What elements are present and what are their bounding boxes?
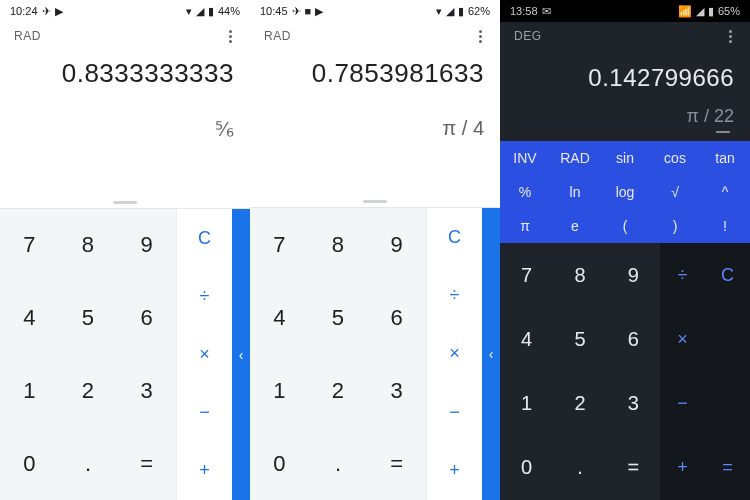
key-3[interactable]: 3 — [367, 354, 426, 427]
key-7[interactable]: 7 — [0, 209, 59, 282]
key-multiply[interactable]: × — [177, 325, 232, 383]
advanced-pad: INV RAD sin cos tan % ln log √ ^ π e ( )… — [500, 141, 750, 243]
status-bar: 10:24 ✈ ▶ ▾ ◢ ▮ 44% — [0, 0, 250, 22]
advanced-drawer-handle[interactable]: ‹ — [482, 208, 500, 500]
drag-handle-icon[interactable] — [363, 200, 387, 203]
key-1[interactable]: 1 — [0, 355, 59, 428]
key-clear[interactable]: C — [705, 243, 750, 307]
overflow-menu-icon[interactable] — [225, 26, 236, 47]
key-plus[interactable]: + — [177, 442, 232, 500]
key-3[interactable]: 3 — [117, 355, 176, 428]
key-8[interactable]: 8 — [553, 243, 606, 307]
angle-mode[interactable]: RAD — [264, 29, 291, 43]
angle-mode[interactable]: RAD — [14, 29, 41, 43]
key-divide[interactable]: ÷ — [427, 266, 482, 324]
key-multiply[interactable]: × — [660, 307, 705, 371]
key-6[interactable]: 6 — [367, 281, 426, 354]
key-7[interactable]: 7 — [500, 243, 553, 307]
key-percent[interactable]: % — [500, 175, 550, 209]
status-icon: ▶ — [55, 5, 63, 18]
digit-pad: 7 8 9 4 5 6 1 2 3 0 . = — [250, 208, 426, 500]
key-equals[interactable]: = — [607, 436, 660, 500]
operator-pad: C ÷ × − + — [426, 208, 482, 500]
key-5[interactable]: 5 — [553, 307, 606, 371]
status-icon: ▾ — [186, 5, 192, 18]
key-log[interactable]: log — [600, 175, 650, 209]
key-equals[interactable]: = — [705, 436, 750, 500]
overflow-menu-icon[interactable] — [475, 26, 486, 47]
key-4[interactable]: 4 — [500, 307, 553, 371]
key-multiply[interactable]: × — [427, 325, 482, 383]
key-9[interactable]: 9 — [367, 208, 426, 281]
key-5[interactable]: 5 — [309, 281, 368, 354]
calculator-phone-2: 10:45 ✈ ■ ▶ ▾ ◢ ▮ 62% RAD 0.7853981633 π… — [250, 0, 500, 500]
status-icon: ◢ — [696, 5, 704, 18]
key-e[interactable]: e — [550, 209, 600, 243]
calculator-header: RAD — [250, 22, 500, 50]
key-1[interactable]: 1 — [500, 372, 553, 436]
key-1[interactable]: 1 — [250, 354, 309, 427]
key-divide[interactable]: ÷ — [177, 267, 232, 325]
operator-pad: C ÷ × − + — [176, 209, 232, 500]
key-6[interactable]: 6 — [607, 307, 660, 371]
key-power[interactable]: ^ — [700, 175, 750, 209]
key-tan[interactable]: tan — [700, 141, 750, 175]
key-0[interactable]: 0 — [0, 427, 59, 500]
display-area: 0.7853981633 π / 4 — [250, 50, 500, 144]
key-sin[interactable]: sin — [600, 141, 650, 175]
key-rad[interactable]: RAD — [550, 141, 600, 175]
keypad: 7 8 9 4 5 6 1 2 3 0 . = C ÷ × − + ‹ — [250, 207, 500, 500]
key-plus[interactable]: + — [427, 442, 482, 500]
key-4[interactable]: 4 — [250, 281, 309, 354]
key-lparen[interactable]: ( — [600, 209, 650, 243]
key-decimal[interactable]: . — [553, 436, 606, 500]
status-icon: 📶 — [678, 5, 692, 18]
key-plus[interactable]: + — [660, 436, 705, 500]
key-2[interactable]: 2 — [553, 372, 606, 436]
key-ln[interactable]: ln — [550, 175, 600, 209]
key-8[interactable]: 8 — [59, 209, 118, 282]
calculator-header: DEG — [500, 22, 750, 50]
key-factorial[interactable]: ! — [700, 209, 750, 243]
key-4[interactable]: 4 — [0, 282, 59, 355]
status-time: 10:24 — [10, 5, 38, 17]
advanced-drawer-handle[interactable]: ‹ — [232, 209, 250, 500]
battery-icon: ▮ — [708, 5, 714, 18]
key-pi[interactable]: π — [500, 209, 550, 243]
key-9[interactable]: 9 — [117, 209, 176, 282]
key-clear[interactable]: C — [427, 208, 482, 266]
key-sqrt[interactable]: √ — [650, 175, 700, 209]
key-0[interactable]: 0 — [500, 436, 553, 500]
key-7[interactable]: 7 — [250, 208, 309, 281]
drag-handle-icon[interactable] — [113, 201, 137, 204]
status-time: 10:45 — [260, 5, 288, 17]
key-0[interactable]: 0 — [250, 427, 309, 500]
key-minus[interactable]: − — [660, 372, 705, 436]
key-divide[interactable]: ÷ — [660, 243, 705, 307]
calculator-header: RAD — [0, 22, 250, 50]
key-2[interactable]: 2 — [59, 355, 118, 428]
digit-pad: 7 8 9 4 5 6 1 2 3 0 . = — [500, 243, 660, 500]
key-inv[interactable]: INV — [500, 141, 550, 175]
status-icon: ■ — [305, 5, 312, 17]
operator-pad: ÷ C × − + = — [660, 243, 750, 500]
key-equals[interactable]: = — [117, 427, 176, 500]
key-clear[interactable]: C — [177, 209, 232, 267]
key-minus[interactable]: − — [177, 384, 232, 442]
key-equals[interactable]: = — [367, 427, 426, 500]
key-5[interactable]: 5 — [59, 282, 118, 355]
overflow-menu-icon[interactable] — [725, 26, 736, 47]
key-cos[interactable]: cos — [650, 141, 700, 175]
key-3[interactable]: 3 — [607, 372, 660, 436]
key-2[interactable]: 2 — [309, 354, 368, 427]
status-icon: ◢ — [196, 5, 204, 18]
key-6[interactable]: 6 — [117, 282, 176, 355]
key-minus[interactable]: − — [427, 383, 482, 441]
key-decimal[interactable]: . — [309, 427, 368, 500]
keypad: 7 8 9 4 5 6 1 2 3 0 . = ÷ C × − + = — [500, 243, 750, 500]
key-decimal[interactable]: . — [59, 427, 118, 500]
key-9[interactable]: 9 — [607, 243, 660, 307]
key-rparen[interactable]: ) — [650, 209, 700, 243]
key-8[interactable]: 8 — [309, 208, 368, 281]
angle-mode[interactable]: DEG — [514, 29, 542, 43]
